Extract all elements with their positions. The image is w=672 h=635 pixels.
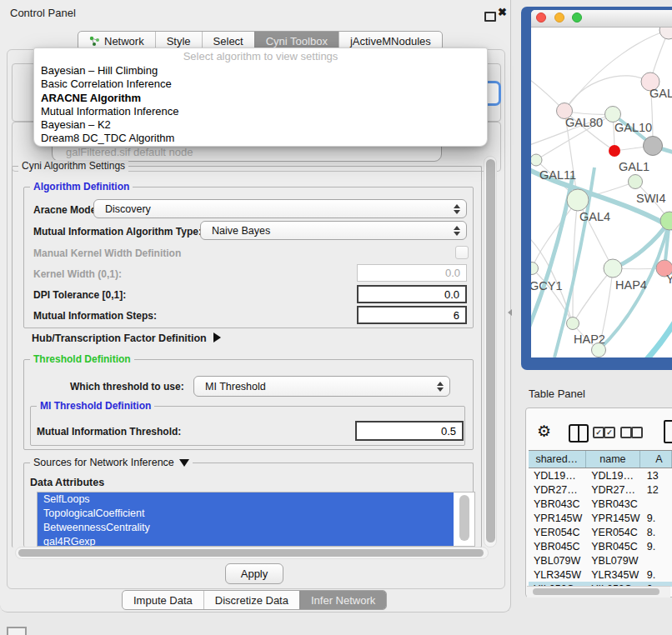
- attribute-list-item[interactable]: gal4RGexp: [38, 535, 454, 547]
- node-label: GAL4: [579, 210, 610, 223]
- network-edge[interactable]: [573, 268, 613, 323]
- mi-type-combobox[interactable]: Naive Bayes: [200, 221, 467, 240]
- close-icon[interactable]: ✖: [498, 6, 507, 18]
- network-node[interactable]: [609, 145, 620, 157]
- network-node[interactable]: [659, 28, 672, 39]
- network-node-HAP4[interactable]: [604, 259, 622, 278]
- float-window-icon[interactable]: [484, 12, 496, 22]
- algorithm-option[interactable]: Bayesian – Hill Climbing: [34, 64, 487, 78]
- hub-definition-toggle[interactable]: Hub/Transcription Factor Definition: [32, 332, 221, 344]
- settings-horizontal-scrollbar-thumb[interactable]: [18, 549, 484, 557]
- network-node-GAL4[interactable]: [567, 189, 589, 211]
- collapse-down-icon: [179, 459, 189, 467]
- mi-type-value: Naive Bayes: [212, 225, 270, 237]
- attribute-list-item[interactable]: SelfLoops: [38, 492, 454, 507]
- select-all-checkbox-icon[interactable]: ✓: [593, 427, 604, 438]
- deselect-all-checkbox-icon2[interactable]: [631, 427, 643, 438]
- algorithm-option[interactable]: Basic Correlation Inference: [34, 78, 487, 91]
- network-node-GAL11[interactable]: [531, 154, 542, 166]
- table-row[interactable]: YLR345WYLR345W9.: [529, 568, 672, 582]
- settings-vertical-scrollbar-thumb[interactable]: [486, 159, 495, 542]
- attribute-list-item[interactable]: TopologicalCoefficient: [38, 507, 454, 521]
- network-node-GAL10[interactable]: [605, 107, 621, 122]
- kernel-width-field[interactable]: 0.0: [357, 264, 467, 282]
- algorithm-definition-title: Algorithm Definition: [30, 181, 133, 192]
- algorithm-option[interactable]: Bayesian – K2: [34, 118, 487, 132]
- table-row[interactable]: YBL079WYBL079W: [529, 553, 672, 568]
- table-row[interactable]: YDR27…YDR27…12: [529, 482, 672, 497]
- sources-group-title[interactable]: Sources for Network Inference: [30, 457, 193, 468]
- network-canvas[interactable]: GALGAL80GAL10GAL11GAL1SWI4GAL4GCY1HAP4YH…: [531, 28, 672, 358]
- table-cell: 13: [642, 470, 672, 482]
- table-cell: YLR345W: [529, 569, 586, 581]
- gear-icon[interactable]: ⚙: [537, 422, 551, 441]
- network-window-titlebar[interactable]: [531, 10, 672, 28]
- table-row[interactable]: YER054CYER054C8.: [529, 525, 672, 539]
- node-label: GAL80: [565, 116, 603, 129]
- attribute-list-item[interactable]: BetweennessCentrality: [38, 521, 454, 535]
- table-cell: YER054C: [586, 527, 642, 538]
- attributes-list-scrollbar-thumb[interactable]: [459, 495, 469, 541]
- table-row[interactable]: YBR043CYBR043C: [529, 497, 672, 511]
- network-edge[interactable]: [613, 302, 672, 358]
- cyni-algorithm-settings-title: Cyni Algorithm Settings: [18, 160, 128, 172]
- panel-splitter-handle[interactable]: [508, 309, 512, 316]
- algorithm-option[interactable]: ARACNE Algorithm: [34, 92, 487, 105]
- table-cell: 8.: [642, 527, 672, 538]
- table-row[interactable]: YPR145WYPR145W9.: [529, 511, 672, 525]
- mac-minimize-icon[interactable]: [554, 12, 564, 22]
- node-label: HAP4: [615, 278, 647, 292]
- deselect-all-checkbox-icon[interactable]: [620, 427, 632, 438]
- mi-steps-label: Mutual Information Steps:: [33, 310, 157, 322]
- mac-close-icon[interactable]: [536, 12, 546, 22]
- manual-kernel-checkbox[interactable]: [455, 246, 469, 259]
- table-row[interactable]: YDL19…YDL19…13: [529, 468, 672, 482]
- tab-discretize-data[interactable]: Discretize Data: [203, 591, 299, 609]
- network-node-GAL1[interactable]: [629, 175, 643, 189]
- table-cell: YBL079W: [586, 555, 642, 567]
- table-cell: YBR045C: [586, 541, 642, 552]
- network-node-GCY1[interactable]: [531, 262, 539, 275]
- table-cell: 9.: [642, 569, 672, 581]
- data-attributes-label: Data Attributes: [30, 477, 104, 488]
- table-horizontal-scrollbar-thumb[interactable]: [533, 588, 659, 595]
- tab-impute-data[interactable]: Impute Data: [123, 591, 203, 609]
- table-header-row: shared… name A: [529, 450, 672, 468]
- network-node[interactable]: [592, 343, 606, 358]
- mi-type-label: Mutual Information Algorithm Type:: [33, 226, 202, 238]
- network-edge[interactable]: [564, 76, 650, 111]
- network-node[interactable]: [644, 137, 663, 156]
- table-row[interactable]: YBR045CYBR045C9.: [529, 539, 672, 553]
- which-threshold-combobox[interactable]: MI Threshold: [193, 376, 450, 397]
- expand-right-icon: [213, 332, 221, 342]
- which-threshold-value: MI Threshold: [205, 381, 266, 392]
- combo-stepper-icon: [453, 204, 459, 214]
- mi-steps-field[interactable]: 6: [357, 306, 467, 324]
- split-view-icon[interactable]: [569, 424, 589, 442]
- aracne-mode-combobox[interactable]: Discovery: [93, 199, 467, 218]
- page-icon[interactable]: [664, 420, 672, 443]
- mi-threshold-field[interactable]: 0.5: [355, 421, 464, 441]
- popup-placeholder: Select algorithm to view settings: [34, 48, 487, 64]
- algorithm-option[interactable]: Mutual Information Inference: [34, 105, 487, 118]
- tab-infer-network[interactable]: Infer Network: [299, 591, 386, 609]
- table-cell: YBL079W: [529, 555, 586, 567]
- table-cell: YPR145W: [586, 512, 642, 524]
- kernel-width-label: Kernel Width (0,1):: [33, 268, 122, 280]
- which-threshold-label: Which threshold to use:: [70, 381, 184, 392]
- node-label: GAL11: [539, 168, 576, 182]
- mac-zoom-icon[interactable]: [572, 12, 582, 22]
- column-header-shared-name[interactable]: shared…: [529, 451, 586, 468]
- algorithm-option[interactable]: Dream8 DC_TDC Algorithm: [34, 132, 487, 145]
- apply-button[interactable]: Apply: [225, 563, 283, 584]
- network-node[interactable]: [660, 212, 672, 230]
- bottom-left-partial-icon[interactable]: [7, 627, 27, 635]
- network-node-HAP2[interactable]: [567, 318, 579, 330]
- select-all-checkbox-icon2[interactable]: ✓: [604, 427, 615, 438]
- table-cell: YDR27…: [586, 484, 642, 496]
- column-header-clipped[interactable]: A: [640, 451, 672, 468]
- dpi-tolerance-field[interactable]: 0.0: [357, 285, 467, 303]
- data-attributes-list[interactable]: SelfLoopsTopologicalCoefficientBetweenne…: [37, 492, 475, 547]
- table-cell: YDL19…: [529, 470, 586, 482]
- column-header-name[interactable]: name: [586, 451, 641, 468]
